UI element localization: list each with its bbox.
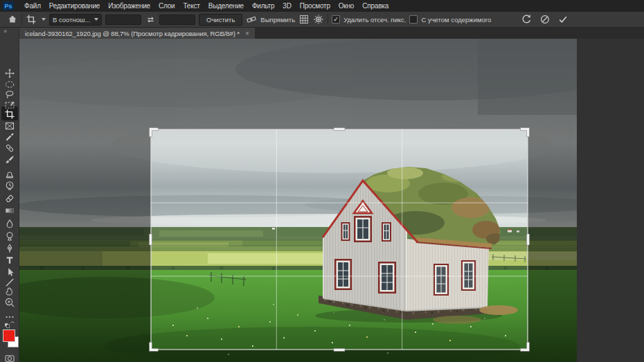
menu-3d[interactable]: 3D [278,2,295,10]
hand-tool-icon[interactable] [4,285,15,296]
brush-tool-icon[interactable] [4,154,15,165]
path-selection-tool-icon[interactable] [4,266,15,278]
delete-cropped-pixels-checkbox[interactable]: ✓ [332,15,340,24]
menu-bar: Ps Файл Редактирование Изображение Слои … [0,0,644,12]
menu-file[interactable]: Файл [20,2,45,10]
straighten-icon[interactable] [246,14,257,25]
menu-type[interactable]: Текст [179,2,204,10]
crop-height-input[interactable] [159,15,195,25]
pasteboard [577,39,644,362]
content-aware-label[interactable]: С учетом содержимого [421,16,491,24]
crop-settings-gear-icon[interactable] [313,14,324,25]
chevron-down-icon[interactable] [42,18,46,21]
zoom-tool-icon[interactable] [4,297,15,308]
content-aware-checkbox[interactable] [409,15,418,24]
eyedropper-tool-icon[interactable] [4,132,15,143]
menu-window[interactable]: Окно [334,2,358,10]
type-tool-icon[interactable] [4,255,15,266]
tab-close-icon[interactable]: × [245,30,249,37]
pen-tool-icon[interactable] [4,243,15,254]
overlay-grid-icon[interactable] [298,14,310,25]
menu-image[interactable]: Изображение [104,2,154,10]
options-separator [21,14,22,25]
cancel-crop-icon[interactable] [539,14,551,25]
document-tab-bar: iceland-3930162_1920.jpg @ 88,7% (Просмо… [19,28,644,39]
move-tool-icon[interactable] [4,68,15,79]
toolbar: » [0,28,19,362]
clone-stamp-tool-icon[interactable] [4,168,15,179]
delete-cropped-pixels-label[interactable]: Удалить отсеч. пикс. [343,16,406,24]
history-brush-tool-icon[interactable] [4,180,15,191]
menu-layers[interactable]: Слои [154,2,179,10]
home-icon[interactable] [7,14,18,25]
crop-width-input[interactable] [105,15,141,25]
dodge-tool-icon[interactable] [4,230,15,242]
healing-brush-tool-icon[interactable] [4,143,15,154]
menu-view[interactable]: Просмотр [296,2,334,10]
chevron-down-icon [94,18,98,21]
eraser-tool-icon[interactable] [4,192,15,203]
photoshop-window: { "app": { "logo_text": "Ps" }, "menu_ba… [0,0,644,362]
quick-mask-icon[interactable] [4,353,15,362]
canvas-area[interactable] [19,39,577,362]
menu-help[interactable]: Справка [358,2,393,10]
commit-crop-icon[interactable] [557,14,569,25]
document-title: iceland-3930162_1920.jpg @ 88,7% (Просмо… [25,30,240,37]
clear-button[interactable]: Очистить [199,14,242,26]
photoshop-logo: Ps [3,1,14,10]
menu-select[interactable]: Выделение [204,2,248,10]
crop-options-bar: В соотнош... Очистить Выпрямить ✓ Удалит… [0,12,644,28]
aspect-ratio-dropdown[interactable]: В соотнош... [49,14,102,26]
canvas-image [19,39,577,362]
crop-tool-icon[interactable] [4,109,15,120]
options-separator [328,14,328,25]
blur-tool-icon[interactable] [4,218,15,229]
aspect-ratio-value: В соотнош... [53,16,91,24]
document-tab[interactable]: iceland-3930162_1920.jpg @ 88,7% (Просмо… [19,28,255,39]
toolbar-collapse-icon[interactable]: » [3,28,6,35]
frame-tool-icon[interactable] [4,120,15,132]
gradient-tool-icon[interactable] [4,205,15,216]
crop-tool-preset-icon[interactable] [26,14,37,25]
straighten-label[interactable]: Выпрямить [260,16,295,24]
menu-filter[interactable]: Фильтр [248,2,278,10]
elliptical-marquee-tool-icon[interactable] [4,79,15,90]
reset-crop-icon[interactable] [521,14,532,25]
foreground-color-swatch[interactable] [3,329,15,342]
swap-dimensions-icon[interactable] [145,14,156,25]
menu-edit[interactable]: Редактирование [45,2,104,10]
